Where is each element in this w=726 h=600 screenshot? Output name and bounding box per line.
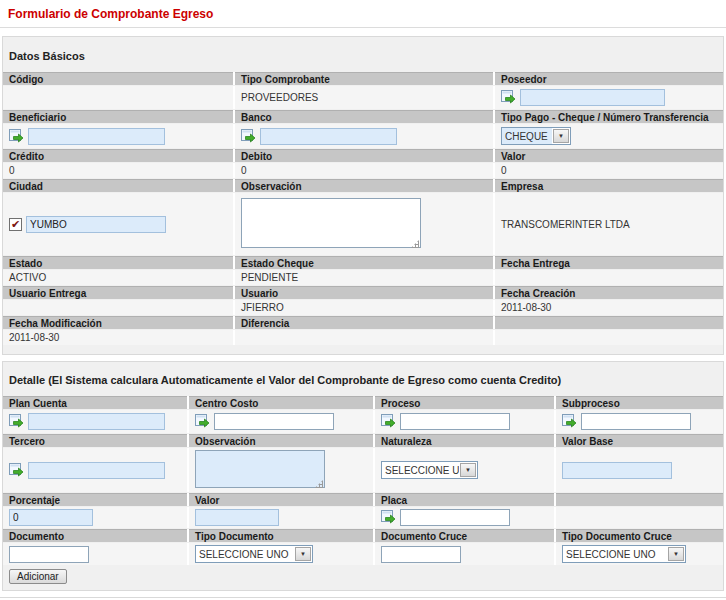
header-row: Usuario Entrega Usuario Fecha Creación bbox=[3, 286, 723, 299]
lookup-icon[interactable] bbox=[381, 414, 396, 429]
checkmark-icon: ✔ bbox=[11, 220, 20, 229]
header-row: Plan Cuenta Centro Costo Proceso Subproc… bbox=[3, 396, 723, 409]
basic-section: Datos Básicos Código Tipo Comprobante Po… bbox=[2, 36, 724, 355]
placa-input[interactable] bbox=[400, 509, 510, 526]
header-row: Porcentaje Valor Placa bbox=[3, 493, 723, 506]
plan-cuenta-input[interactable] bbox=[28, 413, 165, 430]
beneficiario-input[interactable] bbox=[28, 128, 165, 145]
header-row: Código Tipo Comprobante Poseedor bbox=[3, 72, 723, 85]
label-fecha-entrega: Fecha Entrega bbox=[495, 256, 723, 269]
label-valor-base: Valor Base bbox=[556, 434, 723, 447]
valor-input[interactable] bbox=[195, 509, 279, 526]
lookup-icon[interactable] bbox=[381, 510, 396, 525]
empty-value-cell bbox=[556, 507, 723, 528]
lookup-icon[interactable] bbox=[195, 414, 210, 429]
label-plan-cuenta: Plan Cuenta bbox=[3, 396, 187, 409]
header-row: Estado Estado Cheque Fecha Entrega bbox=[3, 256, 723, 269]
header-row: Fecha Modificación Diferencia bbox=[3, 316, 723, 329]
valor-value: 0 bbox=[501, 165, 507, 176]
label-debito: Debito bbox=[235, 149, 493, 162]
label-poseedor: Poseedor bbox=[495, 72, 723, 85]
empty-header-cell bbox=[556, 493, 723, 506]
label-estado-cheque: Estado Cheque bbox=[235, 256, 493, 269]
documento-input[interactable] bbox=[9, 546, 89, 563]
label-tipo-documento: Tipo Documento bbox=[189, 529, 373, 542]
header-row: Documento Tipo Documento Documento Cruce… bbox=[3, 529, 723, 542]
tipo-comprobante-value: PROVEEDORES bbox=[241, 92, 318, 103]
diferencia-value-cell bbox=[235, 330, 493, 345]
label-observacion: Observación bbox=[235, 179, 493, 192]
label-banco: Banco bbox=[235, 110, 493, 123]
value-row: ✔ TRANSCOMERINTER LTDA bbox=[3, 193, 723, 255]
label-usuario: Usuario bbox=[235, 286, 493, 299]
lookup-icon[interactable] bbox=[9, 129, 24, 144]
banco-input[interactable] bbox=[260, 128, 397, 145]
label-fecha-creacion: Fecha Creación bbox=[495, 286, 723, 299]
label-tipo-comprobante: Tipo Comprobante bbox=[235, 72, 493, 85]
fecha-entrega-value-cell bbox=[495, 270, 723, 285]
label-ciudad: Ciudad bbox=[3, 179, 233, 192]
dropdown-arrow-icon: ▼ bbox=[460, 463, 476, 477]
label-documento: Documento bbox=[3, 529, 187, 542]
ciudad-input[interactable] bbox=[26, 216, 166, 233]
value-row: JFIERRO 2011-08-30 bbox=[3, 300, 723, 315]
label-placa: Placa bbox=[375, 493, 554, 506]
estado-value: ACTIVO bbox=[9, 272, 46, 283]
value-row: 2011-08-30 bbox=[3, 330, 723, 345]
estado-cheque-value: PENDIENTE bbox=[241, 272, 298, 283]
page-title: Formulario de Comprobante Egreso bbox=[8, 7, 213, 21]
proceso-input[interactable] bbox=[400, 413, 510, 430]
detalle-observacion-textarea[interactable] bbox=[195, 450, 325, 488]
tipo-documento-cruce-select[interactable]: SELECCIONE UNO ▼ bbox=[562, 545, 686, 563]
value-row bbox=[3, 410, 723, 433]
tipo-documento-select[interactable]: SELECCIONE UNO ▼ bbox=[195, 545, 313, 563]
adicionar-button[interactable]: Adicionar bbox=[9, 569, 67, 584]
dropdown-arrow-icon: ▼ bbox=[295, 547, 311, 561]
lookup-icon[interactable] bbox=[562, 414, 577, 429]
detail-section: Detalle (El Sistema calculara Automatica… bbox=[2, 361, 724, 591]
label-naturaleza: Naturaleza bbox=[375, 434, 554, 447]
label-estado: Estado bbox=[3, 256, 233, 269]
ciudad-checkbox[interactable]: ✔ bbox=[9, 218, 22, 231]
fecha-modificacion-value: 2011-08-30 bbox=[9, 332, 59, 343]
label-tipo-documento-cruce: Tipo Documento Cruce bbox=[556, 529, 723, 542]
poseedor-input[interactable] bbox=[520, 89, 665, 106]
label-valor: Valor bbox=[495, 149, 723, 162]
valor-base-input[interactable] bbox=[562, 462, 672, 479]
credito-value: 0 bbox=[9, 165, 15, 176]
lookup-icon[interactable] bbox=[9, 414, 24, 429]
label-tercero: Tercero bbox=[3, 434, 187, 447]
value-row bbox=[3, 507, 723, 528]
naturaleza-select[interactable]: SELECCIONE UNO ▼ bbox=[381, 461, 478, 479]
value-row: 0 0 0 bbox=[3, 163, 723, 178]
detail-section-title: Detalle (El Sistema calculara Automatica… bbox=[3, 362, 723, 396]
empresa-value: TRANSCOMERINTER LTDA bbox=[501, 219, 630, 230]
lookup-icon[interactable] bbox=[241, 129, 256, 144]
value-row: PROVEEDORES bbox=[3, 86, 723, 109]
porcentaje-input[interactable] bbox=[9, 509, 93, 526]
tercero-input[interactable] bbox=[28, 462, 165, 479]
observacion-textarea[interactable] bbox=[241, 198, 421, 248]
value-row: ACTIVO PENDIENTE bbox=[3, 270, 723, 285]
value-row: CHEQUE ▼ bbox=[3, 124, 723, 148]
label-subproceso: Subproceso bbox=[556, 396, 723, 409]
tipo-documento-selected-value: SELECCIONE UNO bbox=[196, 546, 294, 562]
label-beneficiario: Beneficiario bbox=[3, 110, 233, 123]
lookup-icon[interactable] bbox=[9, 463, 24, 478]
tipo-pago-selected-value: CHEQUE bbox=[502, 128, 552, 144]
empty-header-cell bbox=[495, 316, 723, 329]
debito-value: 0 bbox=[241, 165, 247, 176]
documento-cruce-input[interactable] bbox=[381, 546, 461, 563]
label-diferencia: Diferencia bbox=[235, 316, 493, 329]
centro-costo-input[interactable] bbox=[214, 413, 334, 430]
page-header: Formulario de Comprobante Egreso bbox=[0, 0, 726, 28]
tipo-pago-select[interactable]: CHEQUE ▼ bbox=[501, 127, 571, 145]
label-centro-costo: Centro Costo bbox=[189, 396, 373, 409]
label-codigo: Código bbox=[3, 72, 233, 85]
subproceso-input[interactable] bbox=[581, 413, 691, 430]
label-proceso: Proceso bbox=[375, 396, 554, 409]
label-tipo-pago: Tipo Pago - Cheque / Número Transferenci… bbox=[495, 110, 723, 123]
header-row: Ciudad Observación Empresa bbox=[3, 179, 723, 192]
value-row: SELECCIONE UNO ▼ bbox=[3, 448, 723, 492]
lookup-icon[interactable] bbox=[501, 90, 516, 105]
